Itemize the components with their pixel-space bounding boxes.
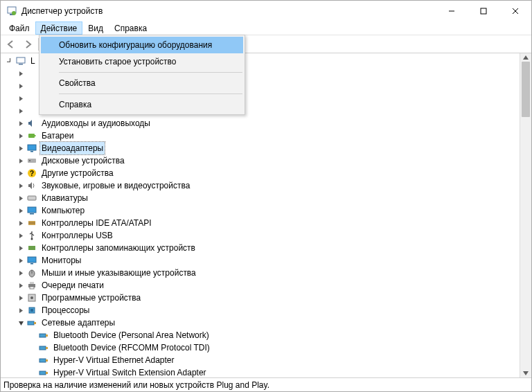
software-device-icon — [26, 292, 37, 303]
menu-help[interactable]: Справка — [109, 21, 152, 35]
device-icon — [26, 80, 37, 91]
svg-rect-8 — [19, 64, 23, 65]
tree-category-monitor[interactable]: Мониторы — [3, 254, 531, 267]
device-icon — [26, 105, 37, 116]
action-dropdown-menu: Обновить конфигурацию оборудования Устан… — [39, 35, 245, 115]
tree-device[interactable]: Hyper-V Virtual Switch Extension Adapter — [3, 366, 531, 377]
keyboard-icon — [26, 193, 37, 204]
tree-category-computer[interactable]: Компьютер — [3, 204, 531, 217]
tree-category-usb[interactable]: Контроллеры USB — [3, 229, 531, 242]
expand-toggle-icon[interactable] — [16, 69, 26, 78]
disk-icon — [26, 155, 37, 166]
svg-rect-37 — [39, 334, 46, 337]
svg-rect-17 — [28, 196, 36, 200]
expand-toggle-icon[interactable] — [16, 181, 26, 190]
vertical-scrollbar[interactable] — [520, 53, 531, 377]
menu-properties[interactable]: Свойства — [41, 75, 243, 91]
network-adapter-icon — [38, 342, 49, 353]
svg-rect-4 — [481, 8, 486, 14]
nav-back-button[interactable] — [3, 37, 19, 52]
expand-toggle-icon[interactable] — [16, 268, 26, 278]
menu-scan-hardware[interactable]: Обновить конфигурацию оборудования — [41, 37, 243, 53]
tree-label: Мониторы — [40, 254, 82, 267]
tree-category-network[interactable]: Сетевые адаптеры — [3, 317, 531, 329]
expand-toggle-icon[interactable] — [16, 305, 26, 315]
expand-toggle-icon[interactable] — [16, 143, 26, 153]
tree-device[interactable]: Bluetooth Device (Personal Area Network) — [3, 329, 531, 341]
tree-category-video[interactable]: Видеоадаптеры — [3, 142, 531, 154]
expand-toggle-icon[interactable] — [16, 118, 26, 128]
svg-point-22 — [31, 238, 33, 240]
tree-category-ide[interactable]: Контроллеры IDE ATA/ATAPI — [3, 217, 531, 229]
expand-toggle-icon[interactable] — [16, 318, 26, 328]
device-icon — [26, 68, 37, 79]
svg-rect-34 — [30, 309, 33, 312]
svg-rect-10 — [35, 135, 36, 136]
menu-view[interactable]: Вид — [82, 21, 109, 35]
pc-icon — [26, 205, 37, 216]
tree-category-sound[interactable]: Звуковые, игровые и видеоустройства — [3, 179, 531, 192]
expand-toggle-icon[interactable] — [16, 243, 26, 253]
scroll-down-icon[interactable] — [520, 369, 531, 377]
expand-toggle-icon[interactable] — [16, 293, 26, 303]
expand-toggle-icon[interactable] — [16, 218, 26, 228]
menu-file[interactable]: Файл — [3, 21, 35, 35]
app-icon — [6, 6, 17, 17]
nav-forward-button[interactable] — [20, 37, 35, 52]
tree-label: Дисковые устройства — [40, 154, 126, 167]
menu-separator — [59, 93, 242, 94]
svg-rect-36 — [34, 322, 36, 324]
tree-category-print[interactable]: Очереди печати — [3, 279, 531, 292]
expand-toggle-icon[interactable] — [16, 231, 26, 240]
tree-label: Мыши и иные указывающие устройства — [40, 267, 197, 279]
tree-device[interactable]: Bluetooth Device (RFCOMM Protocol TDI) — [3, 341, 531, 354]
tree-label: Bluetooth Device (RFCOMM Protocol TDI) — [52, 341, 211, 354]
tree-label: Аудиовходы и аудиовыходы — [40, 117, 152, 130]
svg-rect-42 — [46, 359, 48, 362]
expand-toggle-icon[interactable] — [5, 56, 15, 66]
tree-category-mouse[interactable]: Мыши и иные указывающие устройства — [3, 267, 531, 279]
usb-icon — [26, 230, 37, 241]
close-button[interactable] — [499, 1, 531, 21]
svg-rect-23 — [28, 246, 35, 250]
menu-action[interactable]: Действие — [35, 21, 83, 35]
device-icon — [26, 93, 37, 104]
expand-toggle-icon[interactable] — [16, 256, 26, 265]
minimize-button[interactable] — [436, 1, 468, 21]
svg-text:?: ? — [30, 170, 34, 177]
tree-category-battery[interactable]: Батареи — [3, 130, 531, 142]
svg-rect-12 — [30, 151, 33, 152]
menu-separator — [59, 72, 242, 73]
svg-point-2 — [12, 11, 16, 15]
tree-category-storage[interactable]: Контроллеры запоминающих устройств — [3, 242, 531, 254]
svg-rect-40 — [46, 347, 48, 349]
tree-category-software[interactable]: Программные устройства — [3, 292, 531, 304]
expand-toggle-icon[interactable] — [16, 156, 26, 166]
computer-icon — [15, 55, 26, 66]
expand-toggle-icon[interactable] — [16, 81, 26, 91]
tree-category-cpu[interactable]: Процессоры — [3, 304, 531, 317]
expand-toggle-icon[interactable] — [16, 193, 26, 203]
expand-toggle-icon[interactable] — [16, 206, 26, 215]
expand-toggle-icon[interactable] — [16, 168, 26, 178]
expand-toggle-icon[interactable] — [16, 280, 26, 290]
maximize-button[interactable] — [468, 1, 499, 21]
menu-help[interactable]: Справка — [41, 96, 243, 113]
svg-rect-43 — [39, 371, 46, 375]
scroll-up-icon[interactable] — [520, 53, 531, 62]
expand-toggle-icon[interactable] — [16, 131, 26, 141]
tree-device[interactable]: Hyper-V Virtual Ethernet Adapter — [3, 354, 531, 366]
tree-label: Сетевые адаптеры — [40, 317, 116, 329]
tree-category-audio[interactable]: Аудиовходы и аудиовыходы — [3, 117, 531, 130]
expand-toggle-icon[interactable] — [16, 93, 26, 103]
menu-add-legacy[interactable]: Установить старое устройство — [41, 53, 243, 70]
expand-toggle-icon[interactable] — [16, 106, 26, 116]
tree-category-keyboard[interactable]: Клавиатуры — [3, 192, 531, 204]
tree-category-disk[interactable]: Дисковые устройства — [3, 154, 531, 167]
scroll-thumb[interactable] — [522, 62, 530, 117]
status-text: Проверка на наличие изменений или новых … — [3, 380, 269, 390]
tree-category-other[interactable]: ?Другие устройства — [3, 167, 531, 179]
svg-point-32 — [30, 296, 33, 299]
tree-label: Клавиатуры — [40, 192, 89, 204]
audio-icon — [26, 118, 37, 129]
